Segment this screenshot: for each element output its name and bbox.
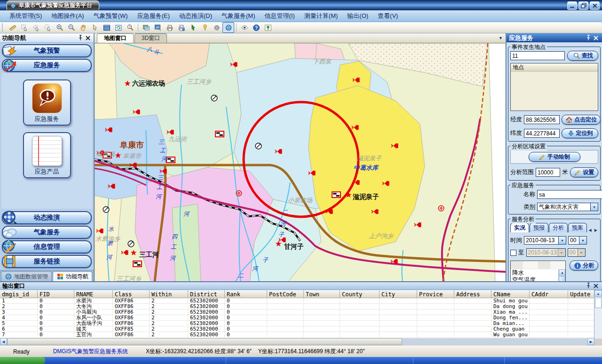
- scroll-right-icon[interactable]: ▶: [587, 338, 594, 345]
- measure-button[interactable]: [7, 22, 18, 33]
- table-row[interactable]: 20大冬沟OXFF8626523020000Da dong gou: [0, 304, 594, 309]
- mine-symbol-icon[interactable]: [103, 206, 109, 213]
- table-row[interactable]: 40东风一小队OXFF8626523020000Dong fen...: [0, 315, 594, 321]
- menu-dynamic-simulation[interactable]: 动态推演(D): [174, 11, 217, 21]
- tab-3d-window[interactable]: 3D窗口: [135, 33, 167, 43]
- gear-button[interactable]: [211, 22, 222, 33]
- tab-map-window[interactable]: 地图窗口: [97, 33, 134, 43]
- table-row[interactable]: 60城关OXFF8526523020000Cheng guan: [0, 326, 594, 332]
- select-polygon-button[interactable]: [30, 22, 42, 33]
- globe-button[interactable]: [222, 22, 234, 33]
- mine-symbol-icon[interactable]: [255, 143, 261, 149]
- scroll-thumb[interactable]: [595, 298, 602, 308]
- emergency-service-button[interactable]: 应急服务: [23, 79, 71, 126]
- column-header[interactable]: CAddr: [530, 290, 568, 298]
- tab-live[interactable]: 实况: [510, 223, 529, 232]
- help-button[interactable]: [250, 22, 262, 33]
- sidebar-item-emergency-service[interactable]: 应急服务: [2, 59, 92, 72]
- mine-symbol-icon[interactable]: [211, 95, 217, 101]
- sidebar-item-weather-warning[interactable]: 气象预警: [2, 44, 92, 57]
- column-header[interactable]: Provice: [417, 290, 454, 298]
- column-header[interactable]: District: [188, 290, 225, 298]
- taskbar[interactable]: [0, 357, 602, 364]
- table-row[interactable]: 50大面场子沟OXFF8626523020000Da mian...: [0, 321, 594, 326]
- to-hour-select[interactable]: 00▼: [568, 248, 586, 257]
- restore-button[interactable]: [578, 1, 588, 10]
- to-date-select[interactable]: 2010-08-13▼: [526, 248, 566, 257]
- service-type-select[interactable]: 气象和洪水灾害 ▼: [537, 203, 598, 211]
- eye-button[interactable]: [238, 22, 250, 33]
- column-header[interactable]: PostCode: [267, 290, 304, 298]
- table-vertical-scrollbar[interactable]: ▲: [594, 290, 602, 339]
- column-header[interactable]: Within: [150, 290, 188, 298]
- tab-analysis[interactable]: 分析: [549, 223, 568, 232]
- scroll-up-icon[interactable]: ▲: [559, 269, 565, 276]
- star-marker-icon[interactable]: ★: [345, 190, 352, 199]
- table-row[interactable]: 10水磨沟OXFF8626523020000Shui mo gou: [0, 298, 594, 304]
- event-search-input[interactable]: [510, 51, 565, 60]
- toolbar-grip[interactable]: [2, 24, 5, 32]
- pushpin-icon[interactable]: [77, 34, 84, 41]
- location-list[interactable]: 地点: [510, 63, 598, 111]
- parameter-list[interactable]: 降水 空气温度 ▲: [510, 261, 566, 281]
- sidebar-item-service-link[interactable]: 服务链接: [2, 255, 92, 268]
- pan-button[interactable]: [77, 22, 89, 33]
- list-item[interactable]: 降水: [511, 269, 565, 277]
- list-item[interactable]: 空气温度: [511, 277, 565, 281]
- close-icon[interactable]: [592, 283, 600, 290]
- tab-plan[interactable]: 预案: [568, 223, 587, 232]
- to-checkbox[interactable]: [510, 250, 516, 256]
- column-header[interactable]: County: [340, 290, 380, 298]
- refresh-button[interactable]: [112, 22, 124, 33]
- column-header[interactable]: Update: [568, 290, 594, 298]
- pushpin-icon[interactable]: [585, 34, 592, 41]
- menu-system[interactable]: 系统管理(S): [5, 11, 47, 21]
- pushpin-icon[interactable]: [585, 283, 592, 290]
- menu-info-management[interactable]: 信息管理(I): [260, 11, 300, 21]
- zoom-out-button[interactable]: [65, 22, 77, 33]
- column-header[interactable]: FID: [38, 290, 74, 298]
- menu-emergency-service[interactable]: 应急服务(E): [133, 11, 174, 21]
- column-header[interactable]: CName: [491, 290, 530, 298]
- map-canvas[interactable]: ★★★★★ 六运湖农场三工河乡下西泉九运街阜康市城关镇阜康市滋泥泉子中葛水库滋泥…: [95, 43, 506, 282]
- emergency-product-button[interactable]: 应急产品: [23, 132, 71, 178]
- star-marker-icon[interactable]: ★: [114, 151, 121, 160]
- sidebar-item-info-management[interactable]: 信息管理: [2, 240, 92, 253]
- search-button[interactable]: 查找: [567, 51, 598, 61]
- sidebar-item-weather-service[interactable]: 气象服务: [2, 226, 92, 239]
- column-header[interactable]: City: [380, 290, 417, 298]
- station-sign-icon[interactable]: [133, 261, 142, 267]
- service-name-field[interactable]: [537, 190, 602, 199]
- sidebar-item-dynamic-simulation[interactable]: 动态推演: [2, 211, 92, 224]
- tab-scroll-arrows[interactable]: ◀ ▶: [588, 228, 598, 232]
- locate-to-button[interactable]: 定位到: [562, 128, 598, 138]
- scroll-track[interactable]: [402, 338, 587, 345]
- print-setup-button[interactable]: [175, 22, 187, 33]
- chevron-down-icon[interactable]: ▼: [499, 36, 503, 40]
- tab-function-navigation[interactable]: 功能导航: [53, 271, 92, 281]
- menu-measurement[interactable]: 测量计算(M): [300, 11, 343, 21]
- layers-button[interactable]: [140, 22, 152, 33]
- column-header[interactable]: Town: [304, 290, 340, 298]
- select-circle-button[interactable]: [42, 22, 54, 33]
- manual-draw-button[interactable]: 手动绘制: [529, 152, 580, 162]
- station-sign-icon[interactable]: [332, 192, 341, 198]
- mine-symbol-icon[interactable]: [128, 241, 134, 247]
- close-button[interactable]: [590, 1, 600, 10]
- taskbar-start-segment[interactable]: [0, 357, 45, 364]
- column-header[interactable]: dmgis_id: [0, 290, 38, 298]
- latitude-field[interactable]: [524, 129, 560, 138]
- set-range-button[interactable]: 设置: [570, 167, 599, 177]
- hour-select[interactable]: 00▼: [568, 236, 587, 245]
- column-header[interactable]: Address: [454, 290, 491, 298]
- station-sign-icon[interactable]: [166, 157, 175, 163]
- menu-output[interactable]: 输出(O): [342, 11, 373, 21]
- print-button[interactable]: [164, 22, 175, 33]
- column-header[interactable]: Class: [113, 290, 150, 298]
- station-sign-icon[interactable]: [215, 131, 224, 137]
- star-marker-icon[interactable]: ★: [130, 248, 137, 257]
- scroll-up-icon[interactable]: ▲: [594, 290, 602, 297]
- menu-weather-service[interactable]: 气象服务(M): [217, 11, 260, 21]
- click-locate-button[interactable]: 点击定位: [562, 115, 601, 125]
- scroll-thumb[interactable]: [559, 276, 565, 281]
